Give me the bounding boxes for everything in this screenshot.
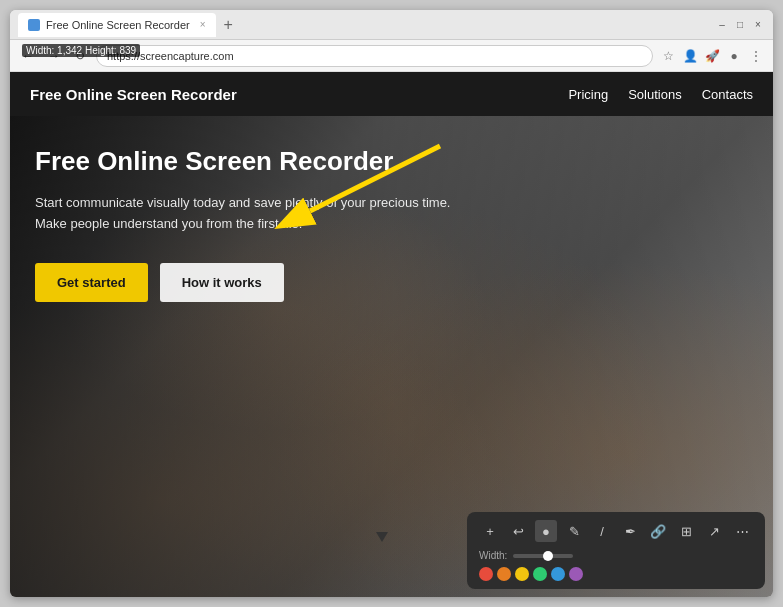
how-it-works-button[interactable]: How it works bbox=[160, 263, 284, 302]
ann-tool-arrow[interactable]: ↗ bbox=[703, 520, 725, 542]
site-nav-links: Pricing Solutions Contacts bbox=[568, 87, 753, 102]
ann-tool-pen[interactable]: ✎ bbox=[563, 520, 585, 542]
tab-close-button[interactable]: × bbox=[200, 19, 206, 30]
width-slider[interactable] bbox=[513, 554, 573, 558]
width-label: Width: bbox=[479, 550, 507, 561]
color-purple[interactable] bbox=[569, 567, 583, 581]
ann-tool-marker[interactable]: ✒ bbox=[619, 520, 641, 542]
ann-tool-link[interactable]: 🔗 bbox=[647, 520, 669, 542]
hero-subtitle: Start communicate visually today and sav… bbox=[35, 193, 465, 235]
browser-tab[interactable]: Free Online Screen Recorder × bbox=[18, 13, 216, 37]
maximize-button[interactable]: □ bbox=[733, 18, 747, 32]
browser-toolbar-icons: ☆ 👤 🚀 ● ⋮ bbox=[659, 47, 765, 65]
hero-subtitle-line2: Make people understand you from the firs… bbox=[35, 216, 302, 231]
color-red[interactable] bbox=[479, 567, 493, 581]
ann-tool-grid[interactable]: ⊞ bbox=[675, 520, 697, 542]
window-controls: – □ × bbox=[715, 18, 765, 32]
site-navigation: Free Online Screen Recorder Pricing Solu… bbox=[10, 72, 773, 116]
color-orange[interactable] bbox=[497, 567, 511, 581]
nav-solutions[interactable]: Solutions bbox=[628, 87, 681, 102]
profile2-icon[interactable]: ● bbox=[725, 47, 743, 65]
ann-tool-circle[interactable]: ● bbox=[535, 520, 557, 542]
nav-contacts[interactable]: Contacts bbox=[702, 87, 753, 102]
annotation-tools-row: + ↩ ● ✎ / ✒ 🔗 ⊞ ↗ ⋯ bbox=[479, 520, 753, 542]
hero-content: Free Online Screen Recorder Start commun… bbox=[10, 116, 490, 332]
width-row: Width: bbox=[479, 548, 753, 561]
ann-tool-more[interactable]: ⋯ bbox=[731, 520, 753, 542]
hero-title: Free Online Screen Recorder bbox=[35, 146, 465, 177]
width-slider-thumb bbox=[543, 551, 553, 561]
ann-tool-undo[interactable]: ↩ bbox=[507, 520, 529, 542]
color-blue[interactable] bbox=[551, 567, 565, 581]
color-green[interactable] bbox=[533, 567, 547, 581]
ann-tool-line[interactable]: / bbox=[591, 520, 613, 542]
tab-title: Free Online Screen Recorder bbox=[46, 19, 190, 31]
tab-bar: Free Online Screen Recorder × + bbox=[18, 13, 237, 37]
hero-subtitle-line1: Start communicate visually today and sav… bbox=[35, 195, 450, 210]
dimension-indicator: Width: 1,342 Height: 839 bbox=[22, 44, 140, 57]
site-logo: Free Online Screen Recorder bbox=[30, 86, 568, 103]
address-bar[interactable]: https://screencapture.com bbox=[96, 45, 653, 67]
browser-window: Free Online Screen Recorder × + – □ × ← … bbox=[10, 10, 773, 597]
tab-favicon bbox=[28, 19, 40, 31]
ann-tool-crosshair[interactable]: + bbox=[479, 520, 501, 542]
mouse-cursor bbox=[376, 532, 388, 542]
new-tab-button[interactable]: + bbox=[220, 16, 237, 34]
extension-icon[interactable]: 🚀 bbox=[703, 47, 721, 65]
bookmark-icon[interactable]: ☆ bbox=[659, 47, 677, 65]
nav-pricing[interactable]: Pricing bbox=[568, 87, 608, 102]
minimize-button[interactable]: – bbox=[715, 18, 729, 32]
profile-icon[interactable]: 👤 bbox=[681, 47, 699, 65]
close-button[interactable]: × bbox=[751, 18, 765, 32]
hero-buttons: Get started How it works bbox=[35, 263, 465, 302]
color-picker-row bbox=[479, 567, 753, 581]
color-yellow[interactable] bbox=[515, 567, 529, 581]
annotation-toolbar: + ↩ ● ✎ / ✒ 🔗 ⊞ ↗ ⋯ Width: bbox=[467, 512, 765, 589]
get-started-button[interactable]: Get started bbox=[35, 263, 148, 302]
menu-icon[interactable]: ⋮ bbox=[747, 47, 765, 65]
title-bar: Free Online Screen Recorder × + – □ × bbox=[10, 10, 773, 40]
